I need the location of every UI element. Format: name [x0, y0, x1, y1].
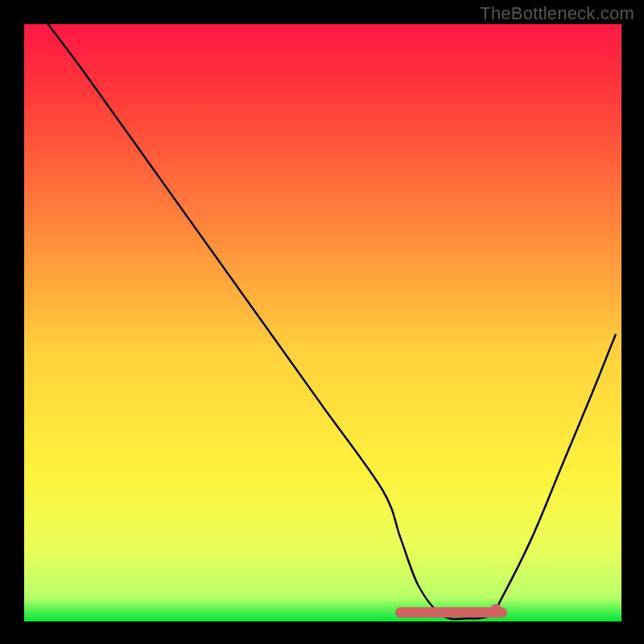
chart-container: TheBottleneck.com	[0, 0, 644, 644]
watermark-text: TheBottleneck.com	[480, 3, 634, 24]
optimum-marker	[490, 604, 502, 615]
bottleneck-chart	[0, 0, 644, 644]
